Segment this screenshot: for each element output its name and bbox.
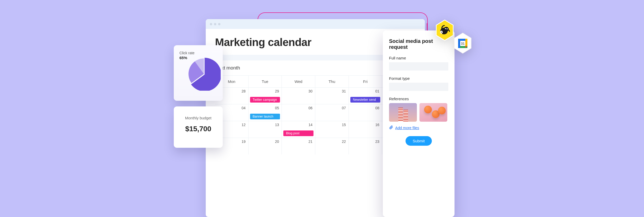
gcal-day: 31 [461, 42, 465, 45]
calendar-event[interactable]: Blog post [283, 130, 313, 136]
calendar-date: 22 [318, 140, 346, 144]
calendar-cell[interactable]: 15 [315, 121, 349, 138]
budget-value: $15,700 [174, 125, 223, 133]
add-more-files-link[interactable]: Add more files [395, 126, 419, 130]
traffic-light-dot [210, 23, 212, 25]
calendar-cell[interactable]: 08 [349, 104, 382, 121]
calendar-date: 23 [351, 140, 379, 144]
reference-image[interactable] [419, 103, 447, 122]
calendar-event[interactable]: Banner launch [250, 114, 280, 119]
day-header: Thu [315, 76, 349, 87]
format-type-input[interactable] [389, 83, 448, 91]
day-header: Wed [282, 76, 315, 87]
calendar-cell[interactable]: 16 [349, 121, 382, 138]
submit-button[interactable]: Submit [406, 136, 432, 146]
calendar-date: 14 [284, 123, 312, 127]
calendar-date: 13 [251, 123, 279, 127]
svg-point-3 [445, 28, 446, 29]
window-titlebar [206, 19, 425, 29]
calendar-date: 29 [251, 89, 279, 93]
svg-point-2 [444, 27, 449, 32]
calendar-date: 30 [284, 89, 312, 93]
calendar-cell[interactable]: 21 [282, 138, 315, 154]
calendar-cell[interactable]: 30 [282, 88, 315, 104]
traffic-light-dot [214, 23, 216, 25]
calendar-cell[interactable]: 22 [315, 138, 349, 154]
calendar-cell[interactable]: 07 [315, 104, 349, 121]
calendar-date: 21 [284, 140, 312, 144]
calendar-cell[interactable]: 20 [249, 138, 282, 154]
calendar-cell[interactable]: 31 [315, 88, 349, 104]
request-form-card: Social media post request Full name Form… [383, 30, 455, 217]
calendar-cell[interactable]: 05Banner launch [249, 104, 282, 121]
references-label: References [389, 97, 448, 101]
svg-point-6 [441, 32, 442, 33]
day-header: Tue [249, 76, 282, 87]
click-rate-card: Click rate 65% [174, 45, 223, 101]
calendar-date: 05 [251, 106, 279, 110]
calendar-date: 31 [318, 89, 346, 93]
day-header: Fri [349, 76, 382, 87]
calendar-cell[interactable]: 13 [249, 121, 282, 138]
calendar-date: 16 [351, 123, 379, 127]
calendar-event[interactable]: Newsletter send [350, 97, 381, 103]
format-type-label: Format type [389, 76, 448, 81]
calendar-date: 15 [318, 123, 346, 127]
calendar-cell[interactable]: 29Twitter campaign [249, 88, 282, 104]
click-rate-pie-chart [187, 57, 221, 91]
calendar-date: 07 [318, 106, 346, 110]
budget-label: Monthly budget [174, 116, 223, 120]
full-name-input[interactable] [389, 62, 448, 71]
full-name-label: Full name [389, 56, 448, 60]
paperclip-icon [389, 125, 393, 130]
traffic-light-dot [218, 23, 220, 25]
calendar-cell[interactable]: 06 [282, 104, 315, 121]
svg-rect-10 [458, 41, 460, 48]
svg-point-4 [447, 28, 448, 29]
calendar-date: 08 [351, 106, 379, 110]
calendar-cell[interactable]: 01Newsletter send [349, 88, 382, 104]
reference-image[interactable] [389, 103, 417, 122]
calendar-cell[interactable]: 14Blog post [282, 121, 315, 138]
svg-rect-11 [465, 39, 467, 46]
mailchimp-icon[interactable] [435, 20, 454, 41]
calendar-date: 20 [251, 140, 279, 144]
calendar-date: 01 [351, 89, 379, 93]
calendar-date: 06 [284, 106, 312, 110]
click-rate-label: Click rate [179, 51, 217, 55]
google-calendar-icon[interactable]: 31 [453, 33, 472, 54]
calendar-event[interactable]: Twitter campaign [250, 97, 280, 103]
calendar-cell[interactable]: 23 [349, 138, 382, 154]
budget-card: Monthly budget $15,700 [174, 106, 223, 148]
